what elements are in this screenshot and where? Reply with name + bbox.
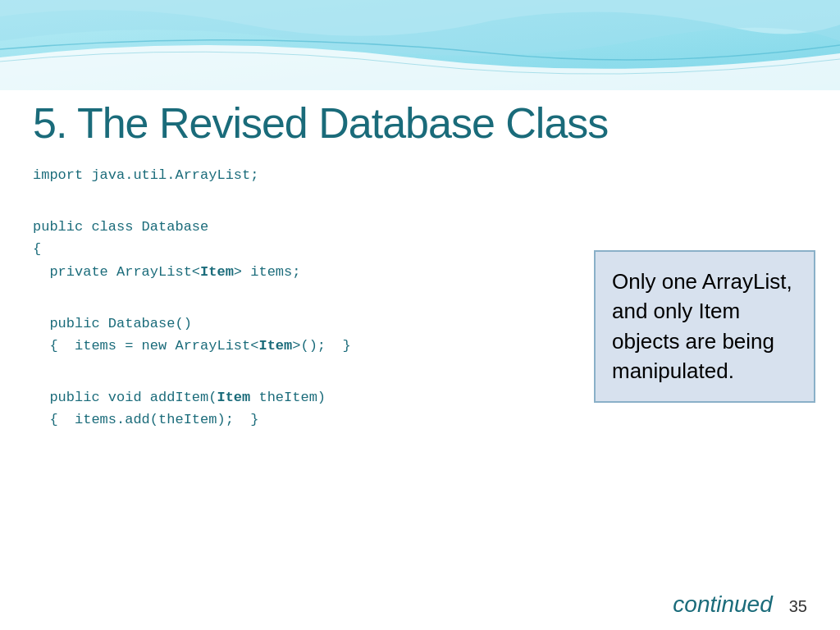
code-line-6-post: > items; [234, 264, 301, 280]
code-line-6-pre: private ArrayList< [33, 264, 200, 280]
code-line-14: { items.add(theItem); } [33, 409, 807, 431]
callout-text: Only one ArrayList, and only Item object… [612, 269, 792, 383]
slide-title: 5. The Revised Database Class [33, 98, 807, 148]
wave-header [0, 0, 840, 90]
code-line-6-bold: Item [200, 264, 234, 280]
slide-content: 5. The Revised Database Class import jav… [0, 90, 840, 630]
code-line-1: import java.util.ArrayList; [33, 164, 807, 186]
code-line-13-post: theItem) [250, 390, 326, 405]
code-line-10-post: >(); } [292, 338, 350, 354]
code-line-13-pre: public void addItem( [33, 390, 217, 405]
code-line-10-pre: { items = new ArrayList< [33, 338, 258, 354]
code-line-4: public class Database [33, 216, 807, 238]
footer-page-number: 35 [789, 597, 807, 616]
slide-footer: continued 35 [673, 591, 807, 618]
footer-continued: continued [673, 591, 772, 618]
callout-box: Only one ArrayList, and only Item object… [594, 250, 815, 403]
code-line-10-bold: Item [258, 338, 292, 354]
code-line-13-bold: Item [217, 390, 250, 405]
